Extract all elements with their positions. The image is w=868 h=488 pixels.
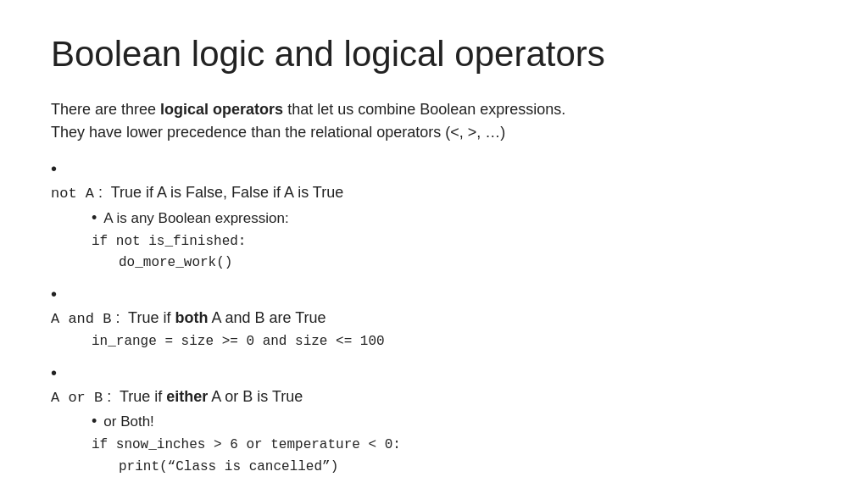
or-code-block: if snow_inches > 6 or temperature < 0: p… <box>51 435 817 478</box>
or-sub-list: or Both! <box>51 410 817 433</box>
and-bold: both <box>175 309 208 326</box>
intro-line1-pre: There are three <box>51 101 160 118</box>
bullet-or-prefix: A or B : True if either A or B is True <box>51 385 303 409</box>
page-title: Boolean logic and logical operators <box>51 34 817 75</box>
or-code: A or B <box>51 390 103 406</box>
bullet-not-prefix: not A : True if A is False, False if A i… <box>51 181 343 205</box>
not-code-block: if not is_finished: do_more_work() <box>51 231 817 274</box>
intro-line1-post: that let us combine Boolean expressions. <box>283 101 565 118</box>
bullet-not: not A : True if A is False, False if A i… <box>51 156 817 274</box>
not-description: : True if A is False, False if A is True <box>98 184 343 201</box>
and-description-pre: : True if <box>115 309 175 326</box>
bullet-and: A and B : True if both A and B are True … <box>51 281 817 353</box>
and-code: A and B <box>51 311 111 327</box>
intro-paragraph: There are three logical operators that l… <box>51 98 817 144</box>
not-code: not A <box>51 186 94 202</box>
intro-bold: logical operators <box>160 101 283 118</box>
and-description-post: A and B are True <box>208 309 326 326</box>
intro-line2: They have lower precedence than the rela… <box>51 124 505 141</box>
or-bold: either <box>166 388 208 405</box>
bullet-and-prefix: A and B : True if both A and B are True <box>51 307 326 330</box>
bullet-or: A or B : True if either A or B is True o… <box>51 360 817 479</box>
or-description-post: A or B is True <box>208 388 303 405</box>
or-sub-item-1: or Both! <box>92 410 817 433</box>
main-bullet-list: not A : True if A is False, False if A i… <box>51 156 817 478</box>
not-sub-list: A is any Boolean expression: <box>51 207 817 230</box>
or-description-pre: : True if <box>107 388 166 405</box>
and-code-block: in_range = size >= 0 and size <= 100 <box>51 331 817 353</box>
not-sub-item-1: A is any Boolean expression: <box>92 207 817 230</box>
